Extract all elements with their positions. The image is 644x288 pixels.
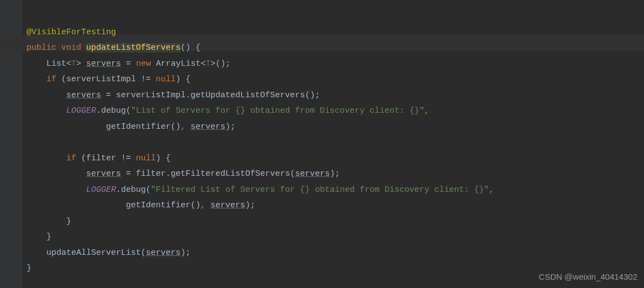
kw-void: void: [61, 43, 81, 53]
field-serverlistimpl: serverListImpl: [66, 75, 136, 84]
comma: ,: [181, 122, 191, 132]
gen-close: >: [76, 59, 81, 69]
gen2-open: <: [200, 59, 205, 69]
if-close: ) {: [156, 154, 171, 163]
if-close: ) {: [176, 75, 191, 84]
stmt-end: );: [330, 169, 340, 179]
arg-servers: servers: [146, 248, 181, 258]
comma: ,: [424, 106, 429, 116]
ctor-call: ();: [215, 59, 230, 69]
eq: =: [121, 59, 136, 69]
neq: !=: [136, 75, 156, 84]
kw-if: if: [46, 75, 56, 84]
kw-if: if: [66, 154, 76, 163]
brace-open: {: [191, 43, 200, 53]
method-call: getUpdatedListOfServers();: [191, 91, 320, 100]
eq: =: [121, 169, 136, 179]
field-filter: filter: [86, 154, 116, 163]
logger-field: LOGGER: [66, 106, 96, 116]
var-servers: servers: [86, 169, 121, 179]
var-servers: servers: [66, 91, 101, 100]
field-serverlistimpl: serverListImpl: [116, 91, 186, 100]
dot: .: [116, 185, 121, 195]
neq: !=: [116, 154, 136, 163]
arg-servers: servers: [295, 169, 330, 179]
debug-call: debug(: [121, 185, 151, 195]
getidentifier-call: getIdentifier(): [126, 201, 200, 210]
var-servers: servers: [210, 201, 245, 210]
gen-open: <: [66, 59, 71, 69]
if-open: (: [56, 75, 66, 84]
method-call: getFilteredListOfServers(: [171, 169, 295, 179]
code-content: @VisibleForTesting public void updateLis…: [27, 25, 644, 277]
dot: .: [96, 106, 101, 116]
eq: =: [101, 91, 116, 100]
logger-field: LOGGER: [86, 185, 116, 195]
getidentifier-call: getIdentifier(): [106, 122, 181, 132]
comma: ,: [489, 185, 494, 195]
kw-public: public: [27, 43, 56, 53]
gen2-t: T: [205, 59, 210, 69]
type-list: List: [46, 59, 66, 69]
var-servers: servers: [191, 122, 225, 132]
string-literal: "Filtered List of Servers for {} obtaine…: [151, 185, 489, 195]
field-filter: filter: [136, 169, 166, 179]
comma: ,: [200, 201, 210, 210]
stmt-end: );: [245, 201, 255, 210]
parens: (): [181, 43, 191, 53]
if-open: (: [76, 154, 86, 163]
string-literal: "List of Servers for {} obtained from Di…: [131, 106, 424, 116]
var-servers: servers: [86, 59, 121, 69]
kw-new: new: [136, 59, 151, 69]
dot: .: [186, 91, 191, 100]
stmt-end: );: [181, 248, 191, 258]
debug-call: debug(: [101, 106, 131, 116]
kw-null: null: [156, 75, 176, 84]
method-name: updateListOfServers: [86, 43, 181, 53]
stmt-end: );: [225, 122, 235, 132]
method-call: updateAllServerList(: [46, 248, 146, 258]
brace-close: }: [46, 232, 51, 242]
gen-t: T: [71, 59, 76, 69]
annotation: @VisibleForTesting: [27, 28, 116, 37]
brace-close: }: [66, 217, 71, 226]
dot: .: [166, 169, 171, 179]
gen2-close: >: [210, 59, 215, 69]
brace-close: }: [27, 264, 31, 273]
code-editor[interactable]: @VisibleForTesting public void updateLis…: [0, 0, 644, 288]
type-arraylist: ArrayList: [151, 59, 200, 69]
kw-null: null: [136, 154, 156, 163]
